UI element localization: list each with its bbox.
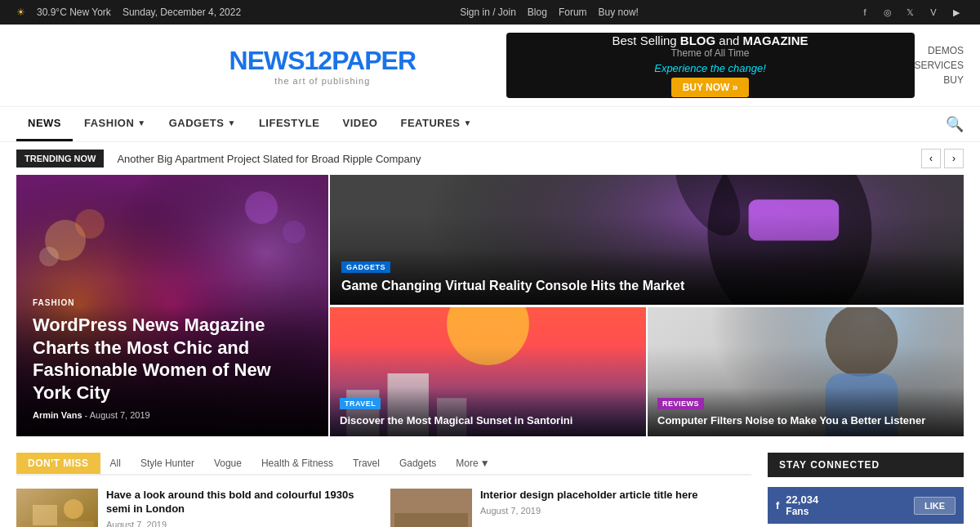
facebook-icon-connect: f xyxy=(776,499,779,511)
weather-icon: ☀ xyxy=(16,7,25,18)
nav-video[interactable]: VIDEO xyxy=(331,107,389,141)
ad-buy-button[interactable]: BUY NOW » xyxy=(671,78,750,97)
hero-title: WordPress News Magazine Charts the Most … xyxy=(33,314,312,404)
trending-bar: TRENDING NOW Another Big Apartment Proje… xyxy=(0,142,980,175)
article-thumb-1 xyxy=(16,489,98,527)
article-title-2: Interior design placeholder article titl… xyxy=(480,489,698,502)
forum-link[interactable]: Forum xyxy=(559,7,587,18)
dont-miss-label: DON'T MISS xyxy=(16,453,100,474)
reviews-category: REVIEWS xyxy=(657,398,704,409)
vr-overlay: GADGETS Game Changing Virtual Reality Co… xyxy=(330,249,964,305)
instagram-icon[interactable]: ◎ xyxy=(880,5,895,20)
nav-items: NEWS FASHION ▼ GADGETS ▼ LIFESTYLE VIDEO… xyxy=(16,107,483,141)
santorini-category: TRAVEL xyxy=(340,398,381,409)
hero-section: FASHION WordPress News Magazine Charts t… xyxy=(0,175,980,436)
facebook-icon[interactable]: f xyxy=(858,5,872,20)
facebook-unit: Fans xyxy=(786,506,818,517)
temperature: 30.9°C New York xyxy=(37,7,111,18)
ad-banner[interactable]: Best Selling BLOG and MAGAZINE Theme of … xyxy=(506,33,915,98)
tab-style-hunter[interactable]: Style Hunter xyxy=(131,453,204,474)
signin-link[interactable]: Sign in / Join xyxy=(460,7,516,18)
services-link[interactable]: SERVICES xyxy=(915,60,964,71)
facebook-like-button[interactable]: LIKE xyxy=(914,497,956,515)
hero-main-card[interactable]: FASHION WordPress News Magazine Charts t… xyxy=(16,175,328,436)
hero-category: FASHION xyxy=(33,298,74,307)
buy-link[interactable]: BUY xyxy=(943,74,964,86)
reviews-title: Computer Filters Noise to Make You a Bet… xyxy=(657,414,954,428)
twitter-icon[interactable]: 𝕏 xyxy=(903,5,918,20)
vr-title: Game Changing Virtual Reality Console Hi… xyxy=(341,278,952,295)
stay-connected-label: STAY CONNECTED xyxy=(768,453,964,477)
top-bar: ☀ 30.9°C New York Sunday, December 4, 20… xyxy=(0,0,980,25)
buynow-link[interactable]: Buy now! xyxy=(599,7,639,18)
santorini-title: Discover the Most Magical Sunset in Sant… xyxy=(340,414,636,428)
trending-text: Another Big Apartment Project Slated for… xyxy=(117,153,908,165)
top-bar-nav: Sign in / Join Blog Forum Buy now! xyxy=(460,7,639,18)
demos-link[interactable]: DEMOS xyxy=(928,45,964,56)
trending-next[interactable]: › xyxy=(944,149,964,168)
svg-rect-30 xyxy=(33,505,57,525)
article-card-1[interactable]: Have a look around this bold and colourf… xyxy=(16,489,377,527)
nav-fashion[interactable]: FASHION ▼ xyxy=(73,107,158,141)
stay-connected: STAY CONNECTED f 22,034 Fans LIKE 𝕏 18,5… xyxy=(768,453,964,527)
ad-subtitle: Theme of All Time xyxy=(671,47,750,59)
santorini-overlay: TRAVEL Discover the Most Magical Sunset … xyxy=(330,387,646,436)
main-nav: NEWS FASHION ▼ GADGETS ▼ LIFESTYLE VIDEO… xyxy=(0,106,980,142)
hero-author: Armin Vans - August 7, 2019 xyxy=(33,410,312,420)
tab-travel[interactable]: Travel xyxy=(343,453,390,474)
search-button[interactable]: 🔍 xyxy=(946,115,964,133)
facebook-connect: f 22,034 Fans LIKE xyxy=(768,487,964,524)
trending-prev[interactable]: ‹ xyxy=(921,149,941,168)
trending-label: TRENDING NOW xyxy=(16,150,104,167)
hero-bottom-right: TRAVEL Discover the Most Magical Sunset … xyxy=(330,307,964,437)
dont-miss-header: DON'T MISS All Style Hunter Vogue Health… xyxy=(16,453,751,476)
reviews-overlay: REVIEWS Computer Filters Noise to Make Y… xyxy=(648,387,964,436)
article-thumb-2 xyxy=(390,489,472,527)
ad-sub: Experience the change! xyxy=(654,62,766,74)
vr-category: GADGETS xyxy=(341,261,390,273)
santorini-card[interactable]: TRAVEL Discover the Most Magical Sunset … xyxy=(330,307,646,436)
articles-grid: Have a look around this bold and colourf… xyxy=(16,489,751,527)
tab-health-fitness[interactable]: Health & Fitness xyxy=(252,453,343,474)
nav-features[interactable]: FEATURES ▼ xyxy=(389,107,483,141)
vimeo-icon[interactable]: V xyxy=(926,5,941,20)
dont-miss-left: DON'T MISS All Style Hunter Vogue Health… xyxy=(16,453,751,527)
reviews-card[interactable]: REVIEWS Computer Filters Noise to Make Y… xyxy=(648,307,964,436)
tab-more[interactable]: More ▼ xyxy=(446,453,499,474)
logo-tagline: the art of publishing xyxy=(229,76,416,86)
nav-gadgets[interactable]: GADGETS ▼ xyxy=(158,107,247,141)
blog-link[interactable]: Blog xyxy=(528,7,547,18)
article-card-2[interactable]: Interior design placeholder article titl… xyxy=(390,489,751,527)
logo-text: NEWS12PAPER xyxy=(229,46,416,76)
article-info-1: Have a look around this bold and colourf… xyxy=(106,489,377,527)
right-nav: DEMOS SERVICES BUY xyxy=(915,45,964,86)
facebook-count: 22,034 xyxy=(786,494,818,506)
svg-point-31 xyxy=(64,499,83,519)
tab-vogue[interactable]: Vogue xyxy=(204,453,252,474)
hero-top-right-card[interactable]: GADGETS Game Changing Virtual Reality Co… xyxy=(330,175,964,305)
youtube-icon[interactable]: ▶ xyxy=(949,5,964,20)
date-display: Sunday, December 4, 2022 xyxy=(122,7,241,18)
logo: NEWS12PAPER the art of publishing xyxy=(229,46,416,86)
top-bar-left: ☀ 30.9°C New York Sunday, December 4, 20… xyxy=(16,7,241,18)
dont-miss-tabs: All Style Hunter Vogue Health & Fitness … xyxy=(100,453,500,474)
hero-overlay: FASHION WordPress News Magazine Charts t… xyxy=(16,279,328,436)
article-date-2: August 7, 2019 xyxy=(480,506,698,516)
tab-gadgets[interactable]: Gadgets xyxy=(390,453,446,474)
svg-rect-33 xyxy=(394,513,468,527)
tab-all[interactable]: All xyxy=(100,453,131,474)
trending-arrows: ‹ › xyxy=(921,149,964,168)
article-title-1: Have a look around this bold and colourf… xyxy=(106,489,377,516)
social-icons: f ◎ 𝕏 V ▶ xyxy=(858,5,964,20)
dont-miss-section: DON'T MISS All Style Hunter Vogue Health… xyxy=(0,453,980,527)
facebook-connect-left: f 22,034 Fans xyxy=(776,494,818,517)
nav-lifestyle[interactable]: LIFESTYLE xyxy=(247,107,332,141)
ad-title: Best Selling BLOG and MAGAZINE xyxy=(612,33,808,47)
article-date-1: August 7, 2019 xyxy=(106,520,377,527)
article-info-2: Interior design placeholder article titl… xyxy=(480,489,698,527)
nav-news[interactable]: NEWS xyxy=(16,107,73,141)
header: NEWS12PAPER the art of publishing Best S… xyxy=(0,25,980,106)
